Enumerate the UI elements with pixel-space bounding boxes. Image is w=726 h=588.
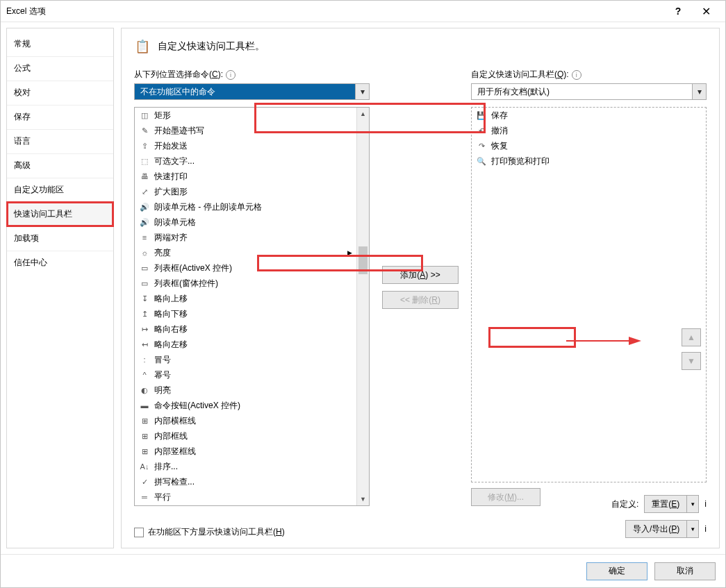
list-item-speak-cells[interactable]: 🔊朗读单元格: [135, 215, 356, 230]
middle-column: 添加(A) >> << 删除(R): [382, 69, 459, 506]
help-button[interactable]: ?: [664, 1, 692, 22]
chevron-down-icon: ▾: [355, 84, 369, 99]
available-commands-list[interactable]: ◫矩形 ✎开始墨迹书写 ⇪开始发送 ⬚可选文字... 🖶快速打印 ⤢扩大图形 🔊…: [134, 107, 370, 506]
list-item[interactable]: ⊞内部横框线: [135, 413, 356, 428]
button-icon: ▬: [139, 400, 150, 411]
sidebar-item-proofing[interactable]: 校对: [7, 81, 113, 105]
list-item[interactable]: 🖶快速打印: [135, 169, 356, 184]
list-item[interactable]: ✓拼写检查...: [135, 474, 356, 489]
chevron-down-icon: ▼: [686, 495, 699, 513]
enlarge-icon: ⤢: [139, 186, 150, 197]
list-item[interactable]: 🔊朗读单元格 - 停止朗读单元格: [135, 199, 356, 215]
list-item[interactable]: ≡两端对齐: [135, 230, 356, 245]
colon-icon: :: [139, 354, 150, 365]
info-icon[interactable]: i: [704, 499, 707, 509]
nudgeright-icon: ↦: [139, 324, 150, 335]
sidebar-item-quick-access[interactable]: 快速访问工具栏: [7, 202, 113, 226]
remove-button[interactable]: << 删除(R): [382, 291, 459, 309]
undo-icon: ↶: [476, 125, 487, 136]
info-icon[interactable]: i: [704, 524, 707, 534]
brightness-icon: ☼: [139, 247, 150, 258]
justify-icon: ≡: [139, 232, 150, 243]
border-icon: ⊞: [139, 446, 150, 457]
info-icon[interactable]: i: [226, 70, 236, 80]
current-qat-list[interactable]: 💾保存 ↶撤消 ↷恢复 🔍打印预览和打印: [471, 107, 707, 482]
submenu-icon: ▶: [347, 249, 352, 256]
list-item[interactable]: ▭列表框(窗体控件): [135, 276, 356, 291]
sidebar-item-language[interactable]: 语言: [7, 129, 113, 153]
bright-icon: ◐: [139, 385, 150, 396]
sidebar-item-save[interactable]: 保存: [7, 105, 113, 129]
sidebar-item-advanced[interactable]: 高级: [7, 153, 113, 178]
scroll-thumb[interactable]: [358, 246, 368, 274]
ok-button[interactable]: 确定: [586, 562, 647, 580]
list-item[interactable]: ⊞内部竖框线: [135, 444, 356, 459]
cancel-button[interactable]: 取消: [654, 562, 716, 580]
dialog-title: Excel 选项: [6, 6, 664, 17]
commands-from-combo[interactable]: 不在功能区中的命令 ▾: [134, 83, 370, 100]
sidebar: 常规 公式 校对 保存 语言 高级 自定义功能区 快速访问工具栏 加载项 信任中…: [6, 28, 114, 548]
list-item[interactable]: ↦略向右移: [135, 321, 356, 337]
sort-icon: A↓: [139, 461, 150, 472]
dialog-buttonbar: 确定 取消: [1, 554, 725, 587]
speak-icon: 🔊: [139, 217, 150, 228]
move-down-button[interactable]: ▼: [682, 352, 701, 370]
customizations-label: 自定义:: [611, 498, 638, 510]
list-item[interactable]: ⊞内部框线: [135, 428, 356, 444]
left-column: 从下列位置选择命令(C): i 不在功能区中的命令 ▾ ◫矩形 ✎开始墨迹书写 …: [134, 69, 370, 506]
dialog-body: 常规 公式 校对 保存 语言 高级 自定义功能区 快速访问工具栏 加载项 信任中…: [1, 22, 725, 554]
listbox-icon: ▭: [139, 262, 150, 274]
sidebar-item-general[interactable]: 常规: [7, 33, 113, 56]
move-up-button[interactable]: ▲: [682, 328, 701, 346]
list-item[interactable]: ⇪开始发送: [135, 138, 356, 153]
panel-header: 📋 自定义快速访问工具栏。: [134, 38, 707, 55]
list-item[interactable]: ↤略向左移: [135, 337, 356, 352]
scrollbar[interactable]: ▲ ▼: [356, 108, 369, 505]
sidebar-item-addins[interactable]: 加载项: [7, 226, 113, 251]
list-item[interactable]: ✎开始墨迹书写: [135, 123, 356, 138]
shape-icon: ◫: [139, 110, 150, 121]
close-button[interactable]: ✕: [692, 1, 720, 22]
list-item[interactable]: ▭列表框(ActiveX 控件): [135, 260, 356, 276]
chevron-down-icon: ▾: [692, 84, 706, 99]
list-item[interactable]: ⬚可选文字...: [135, 153, 356, 169]
add-button[interactable]: 添加(A) >>: [382, 266, 459, 284]
panel-title: 自定义快速访问工具栏。: [158, 40, 265, 53]
chevron-down-icon: ▼: [686, 520, 699, 538]
list-item[interactable]: A↓排序...: [135, 459, 356, 474]
list-item[interactable]: ◫矩形: [135, 108, 356, 123]
border-icon: ⊞: [139, 415, 150, 426]
send-icon: ⇪: [139, 140, 150, 151]
list-item[interactable]: ↥略向下移: [135, 306, 356, 321]
list-item[interactable]: ☼亮度▶: [135, 245, 356, 260]
excel-options-dialog: Excel 选项 ? ✕ 常规 公式 校对 保存 语言 高级 自定义功能区 快速…: [0, 0, 726, 588]
save-icon: 💾: [476, 110, 487, 121]
list-item[interactable]: ▬命令按钮(ActiveX 控件): [135, 398, 356, 413]
right-column: 自定义快速访问工具栏(Q): i 用于所有文档(默认) ▾ 💾保存 ↶撤消 ↷恢…: [471, 69, 707, 506]
list-item[interactable]: :冒号: [135, 352, 356, 367]
reset-area: 自定义: 重置(E) ▼ i 导入/导出(P) ▼ i: [611, 495, 707, 538]
customize-qat-label: 自定义快速访问工具栏(Q): i: [471, 69, 707, 81]
sidebar-item-customize-ribbon[interactable]: 自定义功能区: [7, 178, 113, 202]
list-item[interactable]: ↷恢复: [472, 138, 706, 153]
redo-icon: ↷: [476, 140, 487, 151]
alttext-icon: ⬚: [139, 156, 150, 167]
columns: 从下列位置选择命令(C): i 不在功能区中的命令 ▾ ◫矩形 ✎开始墨迹书写 …: [134, 69, 707, 506]
list-item[interactable]: ◐明亮: [135, 383, 356, 398]
customize-scope-combo[interactable]: 用于所有文档(默认) ▾: [471, 83, 707, 100]
list-item[interactable]: 🔍打印预览和打印: [472, 153, 706, 169]
sidebar-item-formulas[interactable]: 公式: [7, 56, 113, 81]
list-item[interactable]: ↶撤消: [472, 123, 706, 138]
list-item[interactable]: 💾保存: [472, 108, 706, 123]
list-item[interactable]: ↧略向上移: [135, 291, 356, 306]
list-item[interactable]: ^幂号: [135, 367, 356, 383]
nudgedown-icon: ↥: [139, 308, 150, 319]
sidebar-item-trust-center[interactable]: 信任中心: [7, 251, 113, 275]
info-icon[interactable]: i: [572, 70, 581, 80]
spellcheck-icon: ✓: [139, 476, 150, 487]
list-item[interactable]: ⤢扩大图形: [135, 184, 356, 199]
reset-button[interactable]: 重置(E) ▼: [644, 495, 699, 513]
import-export-button[interactable]: 导入/导出(P) ▼: [625, 520, 699, 538]
show-below-ribbon-checkbox[interactable]: 在功能区下方显示快速访问工具栏(H): [134, 526, 285, 538]
scroll-up-icon[interactable]: ▲: [357, 108, 369, 120]
